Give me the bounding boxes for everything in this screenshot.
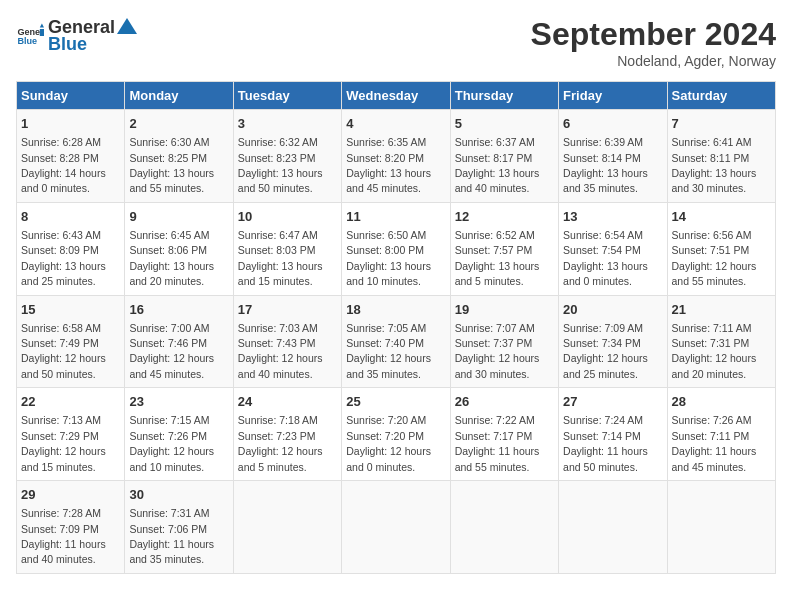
logo: General Blue General Blue [16, 16, 137, 55]
day-cell: 22Sunrise: 7:13 AMSunset: 7:29 PMDayligh… [17, 388, 125, 481]
day-cell: 15Sunrise: 6:58 AMSunset: 7:49 PMDayligh… [17, 295, 125, 388]
sunrise-text: Sunrise: 7:13 AMSunset: 7:29 PMDaylight:… [21, 414, 106, 472]
day-cell [559, 481, 667, 574]
sunrise-text: Sunrise: 6:52 AMSunset: 7:57 PMDaylight:… [455, 229, 540, 287]
day-cell: 10Sunrise: 6:47 AMSunset: 8:03 PMDayligh… [233, 202, 341, 295]
day-cell: 25Sunrise: 7:20 AMSunset: 7:20 PMDayligh… [342, 388, 450, 481]
sunrise-text: Sunrise: 6:35 AMSunset: 8:20 PMDaylight:… [346, 136, 431, 194]
day-number: 28 [672, 393, 771, 411]
day-number: 12 [455, 208, 554, 226]
day-cell [342, 481, 450, 574]
day-number: 11 [346, 208, 445, 226]
day-cell [450, 481, 558, 574]
day-number: 17 [238, 301, 337, 319]
sunrise-text: Sunrise: 7:28 AMSunset: 7:09 PMDaylight:… [21, 507, 106, 565]
sunrise-text: Sunrise: 7:18 AMSunset: 7:23 PMDaylight:… [238, 414, 323, 472]
day-number: 22 [21, 393, 120, 411]
sunrise-text: Sunrise: 7:03 AMSunset: 7:43 PMDaylight:… [238, 322, 323, 380]
day-number: 5 [455, 115, 554, 133]
day-number: 19 [455, 301, 554, 319]
day-cell: 28Sunrise: 7:26 AMSunset: 7:11 PMDayligh… [667, 388, 775, 481]
svg-marker-3 [40, 29, 44, 36]
day-cell: 13Sunrise: 6:54 AMSunset: 7:54 PMDayligh… [559, 202, 667, 295]
subtitle: Nodeland, Agder, Norway [531, 53, 776, 69]
day-cell: 8Sunrise: 6:43 AMSunset: 8:09 PMDaylight… [17, 202, 125, 295]
day-cell: 12Sunrise: 6:52 AMSunset: 7:57 PMDayligh… [450, 202, 558, 295]
day-cell: 20Sunrise: 7:09 AMSunset: 7:34 PMDayligh… [559, 295, 667, 388]
sunrise-text: Sunrise: 6:47 AMSunset: 8:03 PMDaylight:… [238, 229, 323, 287]
day-cell: 1Sunrise: 6:28 AMSunset: 8:28 PMDaylight… [17, 110, 125, 203]
sunrise-text: Sunrise: 6:45 AMSunset: 8:06 PMDaylight:… [129, 229, 214, 287]
day-number: 21 [672, 301, 771, 319]
header: General Blue General Blue September 2024… [16, 16, 776, 69]
day-cell: 11Sunrise: 6:50 AMSunset: 8:00 PMDayligh… [342, 202, 450, 295]
day-cell: 23Sunrise: 7:15 AMSunset: 7:26 PMDayligh… [125, 388, 233, 481]
day-number: 16 [129, 301, 228, 319]
day-cell: 16Sunrise: 7:00 AMSunset: 7:46 PMDayligh… [125, 295, 233, 388]
day-number: 2 [129, 115, 228, 133]
day-number: 8 [21, 208, 120, 226]
day-cell: 19Sunrise: 7:07 AMSunset: 7:37 PMDayligh… [450, 295, 558, 388]
week-row-2: 8Sunrise: 6:43 AMSunset: 8:09 PMDaylight… [17, 202, 776, 295]
day-number: 9 [129, 208, 228, 226]
sunrise-text: Sunrise: 7:00 AMSunset: 7:46 PMDaylight:… [129, 322, 214, 380]
day-cell [667, 481, 775, 574]
day-cell [233, 481, 341, 574]
day-number: 25 [346, 393, 445, 411]
title-area: September 2024 Nodeland, Agder, Norway [531, 16, 776, 69]
sunrise-text: Sunrise: 7:15 AMSunset: 7:26 PMDaylight:… [129, 414, 214, 472]
sunrise-text: Sunrise: 6:28 AMSunset: 8:28 PMDaylight:… [21, 136, 106, 194]
column-header-friday: Friday [559, 82, 667, 110]
day-number: 10 [238, 208, 337, 226]
day-number: 1 [21, 115, 120, 133]
day-cell: 3Sunrise: 6:32 AMSunset: 8:23 PMDaylight… [233, 110, 341, 203]
day-cell: 9Sunrise: 6:45 AMSunset: 8:06 PMDaylight… [125, 202, 233, 295]
day-cell: 17Sunrise: 7:03 AMSunset: 7:43 PMDayligh… [233, 295, 341, 388]
sunrise-text: Sunrise: 7:31 AMSunset: 7:06 PMDaylight:… [129, 507, 214, 565]
day-number: 6 [563, 115, 662, 133]
week-row-1: 1Sunrise: 6:28 AMSunset: 8:28 PMDaylight… [17, 110, 776, 203]
sunrise-text: Sunrise: 6:43 AMSunset: 8:09 PMDaylight:… [21, 229, 106, 287]
day-cell: 4Sunrise: 6:35 AMSunset: 8:20 PMDaylight… [342, 110, 450, 203]
day-cell: 6Sunrise: 6:39 AMSunset: 8:14 PMDaylight… [559, 110, 667, 203]
day-number: 20 [563, 301, 662, 319]
logo-icon: General Blue [16, 22, 44, 50]
sunrise-text: Sunrise: 7:09 AMSunset: 7:34 PMDaylight:… [563, 322, 648, 380]
column-header-tuesday: Tuesday [233, 82, 341, 110]
day-cell: 26Sunrise: 7:22 AMSunset: 7:17 PMDayligh… [450, 388, 558, 481]
day-number: 15 [21, 301, 120, 319]
column-header-saturday: Saturday [667, 82, 775, 110]
sunrise-text: Sunrise: 6:32 AMSunset: 8:23 PMDaylight:… [238, 136, 323, 194]
day-number: 26 [455, 393, 554, 411]
day-number: 4 [346, 115, 445, 133]
day-cell: 18Sunrise: 7:05 AMSunset: 7:40 PMDayligh… [342, 295, 450, 388]
day-cell: 24Sunrise: 7:18 AMSunset: 7:23 PMDayligh… [233, 388, 341, 481]
sunrise-text: Sunrise: 6:39 AMSunset: 8:14 PMDaylight:… [563, 136, 648, 194]
sunrise-text: Sunrise: 6:50 AMSunset: 8:00 PMDaylight:… [346, 229, 431, 287]
day-number: 14 [672, 208, 771, 226]
logo-triangle-icon [117, 16, 137, 38]
sunrise-text: Sunrise: 7:26 AMSunset: 7:11 PMDaylight:… [672, 414, 757, 472]
day-number: 24 [238, 393, 337, 411]
day-number: 13 [563, 208, 662, 226]
calendar-table: SundayMondayTuesdayWednesdayThursdayFrid… [16, 81, 776, 574]
column-header-sunday: Sunday [17, 82, 125, 110]
sunrise-text: Sunrise: 6:37 AMSunset: 8:17 PMDaylight:… [455, 136, 540, 194]
day-number: 30 [129, 486, 228, 504]
day-cell: 29Sunrise: 7:28 AMSunset: 7:09 PMDayligh… [17, 481, 125, 574]
day-number: 3 [238, 115, 337, 133]
svg-text:Blue: Blue [17, 36, 37, 46]
column-header-wednesday: Wednesday [342, 82, 450, 110]
day-cell: 14Sunrise: 6:56 AMSunset: 7:51 PMDayligh… [667, 202, 775, 295]
day-number: 7 [672, 115, 771, 133]
day-number: 27 [563, 393, 662, 411]
day-cell: 21Sunrise: 7:11 AMSunset: 7:31 PMDayligh… [667, 295, 775, 388]
main-title: September 2024 [531, 16, 776, 53]
sunrise-text: Sunrise: 6:41 AMSunset: 8:11 PMDaylight:… [672, 136, 757, 194]
day-number: 18 [346, 301, 445, 319]
day-number: 23 [129, 393, 228, 411]
week-row-3: 15Sunrise: 6:58 AMSunset: 7:49 PMDayligh… [17, 295, 776, 388]
svg-marker-2 [40, 23, 44, 27]
sunrise-text: Sunrise: 7:11 AMSunset: 7:31 PMDaylight:… [672, 322, 757, 380]
day-cell: 30Sunrise: 7:31 AMSunset: 7:06 PMDayligh… [125, 481, 233, 574]
